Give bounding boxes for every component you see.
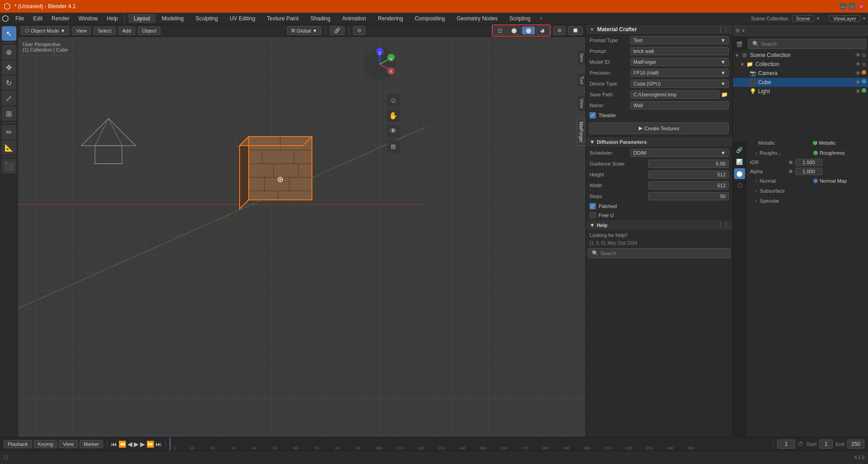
save-path-input[interactable]: C:/Users/gtren/.tmp bbox=[630, 90, 720, 99]
rendered-shading-btn[interactable]: ◕ bbox=[536, 26, 549, 35]
cam-vis-icon[interactable]: 👁 bbox=[855, 70, 861, 76]
jump-start-btn[interactable]: ⏮ bbox=[111, 440, 117, 448]
menu-window[interactable]: Window bbox=[74, 14, 102, 23]
workspace-rendering[interactable]: Rendering bbox=[373, 14, 408, 23]
object-btn[interactable]: Object bbox=[138, 27, 160, 35]
scheduler-dropdown[interactable]: DDIM ▼ bbox=[630, 149, 729, 157]
workspace-scripting[interactable]: Scripting bbox=[504, 14, 536, 23]
sc-vis-icon[interactable]: 👁 bbox=[855, 52, 861, 58]
viewlayer-name[interactable]: ViewLayer bbox=[829, 15, 860, 22]
move-tool[interactable]: ✥ bbox=[2, 60, 16, 75]
select-tool[interactable]: ↖ bbox=[2, 26, 16, 41]
measure-tool[interactable]: 📐 bbox=[2, 140, 16, 155]
timeline-track[interactable]: 1 10 20 30 40 50 60 70 80 90 100 110 120… bbox=[166, 437, 773, 450]
close-btn[interactable]: ✕ bbox=[858, 3, 864, 9]
view-btn[interactable]: View bbox=[72, 27, 91, 35]
workspace-sculpting[interactable]: Sculpting bbox=[190, 14, 223, 23]
tree-light[interactable]: 💡 Light 👁 bbox=[733, 87, 868, 96]
props-tab-render[interactable]: 🎬 bbox=[734, 39, 745, 50]
start-frame-field[interactable]: 1 bbox=[819, 440, 833, 449]
matforger-tab[interactable]: MatForger bbox=[577, 118, 585, 146]
view-btn-tl[interactable]: View bbox=[59, 440, 78, 448]
material-crafter-search[interactable]: 🔍 Search bbox=[588, 248, 731, 258]
prompt-input[interactable]: brick wall bbox=[630, 47, 729, 55]
end-frame-field[interactable]: 250 bbox=[847, 440, 864, 449]
jump-end-btn[interactable]: ⏭ bbox=[156, 440, 162, 448]
props-tab-material[interactable]: ⬤ bbox=[734, 168, 745, 179]
width-field[interactable]: 512 bbox=[648, 181, 729, 189]
add-btn[interactable]: Add bbox=[118, 27, 136, 35]
props-tab-object-props[interactable]: ⬡ bbox=[734, 180, 745, 191]
prev-frame-btn[interactable]: ⏪ bbox=[118, 440, 126, 448]
transform-global-btn[interactable]: ⊞ Global ▼ bbox=[287, 26, 321, 35]
menu-render[interactable]: Render bbox=[47, 14, 74, 23]
collapse-arrow[interactable]: ▼ bbox=[590, 27, 594, 32]
name-input[interactable]: Wall bbox=[630, 101, 729, 109]
current-frame-field[interactable]: 1 bbox=[777, 440, 795, 449]
workspace-texture-paint[interactable]: Texture Paint bbox=[262, 14, 304, 23]
coll-enable-icon[interactable]: ⊙ bbox=[862, 61, 866, 67]
workspace-modeling[interactable]: Modeling bbox=[156, 14, 189, 23]
workspace-uv-editing[interactable]: UV Editing bbox=[224, 14, 261, 23]
add-workspace-btn[interactable]: + bbox=[537, 14, 546, 23]
free-u-checkbox[interactable] bbox=[590, 212, 596, 218]
solid-shading-btn[interactable]: ⬤ bbox=[507, 26, 521, 35]
item-tab[interactable]: Item bbox=[578, 51, 585, 65]
height-field[interactable]: 512 bbox=[648, 170, 729, 179]
guidance-scale-field[interactable]: 6.00 bbox=[648, 160, 729, 168]
annotate-tool[interactable]: ✏ bbox=[2, 125, 16, 139]
normal-expand[interactable]: › bbox=[755, 179, 757, 184]
workspace-geometry-nodes[interactable]: Geometry Nodes bbox=[451, 14, 503, 23]
keying-btn[interactable]: Keying bbox=[34, 440, 57, 448]
add-cube-tool[interactable]: ⬛ bbox=[2, 159, 16, 173]
material-preview-btn[interactable]: ⬤ bbox=[522, 26, 535, 35]
menu-help[interactable]: Help bbox=[102, 14, 123, 23]
scene-name[interactable]: Scene bbox=[792, 15, 814, 22]
coll-vis-icon[interactable]: 👁 bbox=[855, 61, 861, 67]
save-path-browse-btn[interactable]: 📁 bbox=[720, 91, 729, 98]
menu-file[interactable]: File bbox=[11, 14, 28, 23]
scene-dropdown[interactable]: ▼ bbox=[816, 16, 820, 21]
rotate-tool[interactable]: ↻ bbox=[2, 76, 16, 90]
scale-tool[interactable]: ⤢ bbox=[2, 91, 16, 105]
light-vis-icon[interactable]: 👁 bbox=[855, 88, 861, 95]
proportional-edit-btn[interactable]: ⊙ bbox=[353, 26, 365, 35]
editor-type-btn[interactable]: ⬡ Object Mode ▼ bbox=[21, 26, 69, 35]
props-tab-data[interactable]: 📊 bbox=[734, 156, 745, 167]
diffusion-params-header[interactable]: ▼ Diffusion Parameters bbox=[586, 137, 732, 147]
alpha-field[interactable]: 1.000 bbox=[795, 168, 822, 175]
viewlayer-dropdown[interactable]: ▼ bbox=[862, 16, 866, 21]
subsurface-expand[interactable]: › bbox=[755, 189, 757, 194]
select-btn[interactable]: Select bbox=[94, 27, 116, 35]
props-search[interactable]: 🔍 Search bbox=[748, 39, 866, 49]
device-type-dropdown[interactable]: Cuda (GPU) ▼ bbox=[630, 80, 729, 88]
next-frame-btn[interactable]: ⏩ bbox=[146, 440, 154, 448]
menu-edit[interactable]: Edit bbox=[28, 14, 47, 23]
tree-scene-collection[interactable]: ▼ ⊞ Scene Collection 👁 ⊙ bbox=[733, 51, 868, 60]
precision-dropdown[interactable]: FP16 (Half) ▼ bbox=[630, 69, 729, 77]
prompt-type-dropdown[interactable]: Text ▼ bbox=[630, 36, 729, 44]
tree-camera[interactable]: 📷 Camera 👁 bbox=[733, 69, 868, 78]
model-id-dropdown[interactable]: MatForger ▼ bbox=[630, 58, 729, 66]
tree-collection[interactable]: ▼ 📁 Collection 👁 ⊙ bbox=[733, 60, 868, 69]
workspace-animation[interactable]: Animation bbox=[337, 14, 372, 23]
roughness-expand[interactable]: › bbox=[755, 151, 757, 156]
steps-field[interactable]: 50 bbox=[648, 192, 729, 200]
minimize-btn[interactable]: — bbox=[840, 3, 846, 9]
playback-btn[interactable]: Playback bbox=[4, 440, 32, 448]
cursor-tool[interactable]: ⊕ bbox=[2, 45, 16, 59]
viewport-overlay-btn[interactable]: ⊜ bbox=[553, 26, 566, 35]
maximize-btn[interactable]: □ bbox=[849, 3, 855, 9]
specular-expand[interactable]: › bbox=[755, 199, 757, 204]
play-btn[interactable]: ▶ bbox=[134, 440, 139, 448]
panel-options-btn[interactable]: ⋮⋮ bbox=[718, 26, 729, 33]
tool-tab[interactable]: Tool bbox=[578, 73, 585, 87]
workspace-compositing[interactable]: Compositing bbox=[409, 14, 450, 23]
tree-cube[interactable]: ⬛ Cube 👁 bbox=[733, 78, 868, 87]
ior-field[interactable]: 1.500 bbox=[795, 159, 822, 166]
next-keyframe-btn[interactable]: ▶ bbox=[140, 440, 145, 448]
workspace-layout[interactable]: Layout bbox=[128, 14, 156, 23]
create-textures-btn[interactable]: ▶ Create Textures bbox=[590, 123, 729, 134]
wireframe-shading-btn[interactable]: ◫ bbox=[494, 26, 506, 35]
patched-checkbox[interactable]: ✓ bbox=[590, 203, 596, 209]
